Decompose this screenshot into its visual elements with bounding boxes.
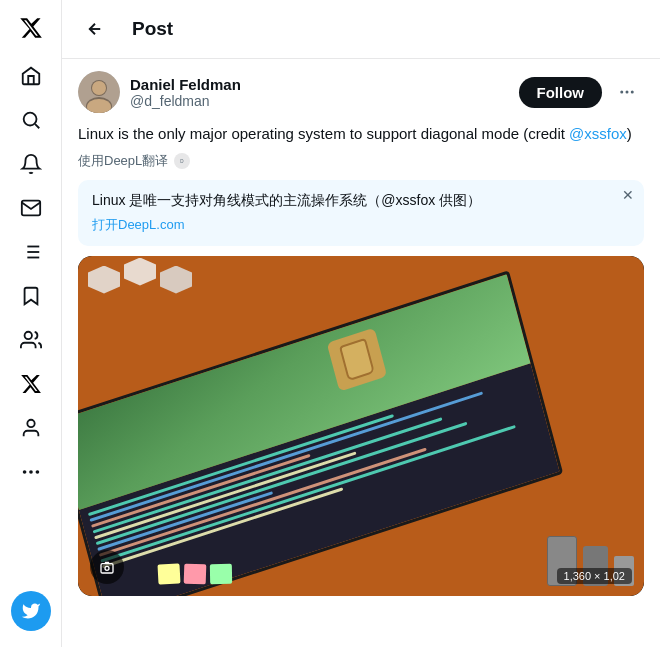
people-icon (20, 329, 42, 351)
follow-button[interactable]: Follow (519, 77, 603, 108)
x-logo-icon (19, 16, 43, 40)
svg-point-19 (620, 91, 623, 94)
mention-link[interactable]: @xssfox (569, 125, 627, 142)
post-header: Post (62, 0, 660, 59)
avatar[interactable] (78, 71, 120, 113)
main-content: Post Daniel Feldman @d_feldman (62, 0, 660, 647)
list-icon (20, 241, 42, 263)
sidebar-item-profile[interactable] (11, 408, 51, 448)
post-image[interactable]: 1,360 × 1,02 (78, 256, 644, 596)
translate-label[interactable]: 使用DeepL翻译 (78, 152, 168, 170)
sidebar-logo[interactable] (11, 8, 51, 48)
image-dimensions-badge: 1,360 × 1,02 (557, 568, 632, 584)
sidebar-item-communities[interactable] (11, 320, 51, 360)
user-handle: @d_feldman (130, 93, 509, 109)
translation-box: ✕ Linux 是唯一支持对角线模式的主流操作系统（@xssfox 供图） 打开… (78, 180, 644, 246)
user-info: Daniel Feldman @d_feldman (130, 76, 509, 109)
svg-point-17 (92, 81, 106, 95)
svg-point-25 (105, 566, 109, 570)
page-title: Post (132, 18, 173, 40)
mail-icon (20, 197, 42, 219)
translation-text: Linux 是唯一支持对角线模式的主流操作系统（@xssfox 供图） (92, 192, 630, 210)
svg-point-9 (27, 420, 34, 427)
translation-close-button[interactable]: ✕ (622, 188, 634, 202)
sidebar-item-more[interactable] (11, 452, 51, 492)
deepl-icon: D (177, 156, 187, 166)
sidebar-item-bookmarks[interactable] (11, 276, 51, 316)
svg-point-10 (22, 470, 26, 474)
back-button[interactable] (78, 12, 112, 46)
svg-rect-24 (101, 563, 113, 572)
open-deepl-link[interactable]: 打开DeepL.com (92, 216, 630, 234)
svg-point-21 (631, 91, 634, 94)
sidebar-item-search[interactable] (11, 100, 51, 140)
post-image-container: 1,360 × 1,02 (78, 256, 644, 596)
avatar-image (78, 71, 120, 113)
sidebar-item-notifications[interactable] (11, 144, 51, 184)
more-options-button[interactable] (610, 75, 644, 109)
translate-bar[interactable]: 使用DeepL翻译 D (78, 152, 644, 170)
svg-point-8 (24, 332, 31, 339)
more-icon (618, 83, 636, 101)
back-arrow-icon (86, 20, 104, 38)
compose-button[interactable] (11, 591, 51, 631)
hexagon-decoration (88, 266, 192, 294)
compose-icon (21, 601, 41, 621)
bell-icon (20, 153, 42, 175)
svg-point-20 (626, 91, 629, 94)
svg-point-11 (29, 470, 33, 474)
x-premium-icon (20, 373, 42, 395)
post-text: Linux is the only major operating system… (78, 123, 644, 146)
svg-point-12 (35, 470, 39, 474)
user-actions: Follow (519, 75, 645, 109)
bookmark-icon (20, 285, 42, 307)
sidebar-item-premium[interactable] (11, 364, 51, 404)
image-expand-button[interactable] (90, 550, 124, 584)
svg-line-1 (35, 124, 39, 128)
post-content: Daniel Feldman @d_feldman Follow Linux i… (62, 59, 660, 608)
svg-point-0 (23, 113, 36, 126)
camera-icon (99, 559, 115, 575)
ellipsis-icon (20, 461, 42, 483)
sidebar-item-lists[interactable] (11, 232, 51, 272)
user-row: Daniel Feldman @d_feldman Follow (78, 71, 644, 113)
user-name[interactable]: Daniel Feldman (130, 76, 509, 93)
sidebar-item-home[interactable] (11, 56, 51, 96)
person-icon (20, 417, 42, 439)
sticky-notes (158, 564, 232, 584)
monitor-screen (78, 270, 563, 596)
sidebar-item-messages[interactable] (11, 188, 51, 228)
search-icon (20, 109, 42, 131)
translate-icon: D (174, 153, 190, 169)
home-icon (20, 65, 42, 87)
sidebar (0, 0, 62, 647)
